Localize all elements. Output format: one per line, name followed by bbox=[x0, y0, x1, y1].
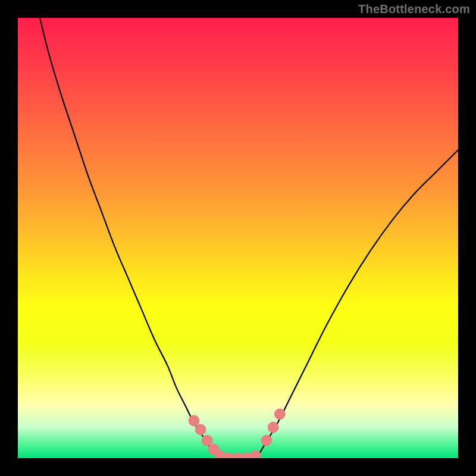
highlight-marker bbox=[195, 424, 206, 435]
highlight-marker bbox=[261, 435, 272, 446]
plot-area bbox=[18, 18, 458, 458]
highlight-marker bbox=[274, 409, 285, 419]
chart-frame: TheBottleneck.com bbox=[0, 0, 476, 476]
watermark-text: TheBottleneck.com bbox=[358, 2, 470, 16]
chart-svg bbox=[18, 18, 458, 458]
highlight-marker bbox=[268, 422, 278, 433]
highlight-marker bbox=[189, 415, 199, 426]
highlight-marker bbox=[250, 450, 261, 458]
gradient-background bbox=[18, 18, 458, 458]
highlight-marker bbox=[202, 435, 212, 446]
